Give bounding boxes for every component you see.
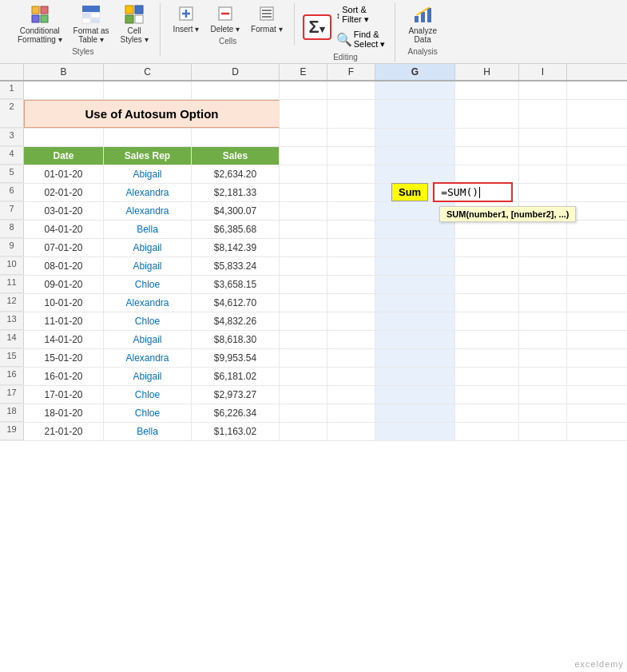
editing-group: Σ▾ ↕ Sort &Filter ▾ 🔍 Find &Select ▾ Edi… bbox=[296, 3, 396, 62]
col-header-d[interactable]: D bbox=[192, 64, 280, 80]
cell-h1[interactable] bbox=[455, 82, 519, 99]
cell-i2[interactable] bbox=[519, 100, 567, 128]
find-select-button[interactable]: 🔍 Find &Select ▾ bbox=[333, 28, 389, 51]
styles-group: ConditionalFormatting ▾ Format asTable ▾… bbox=[6, 3, 161, 56]
cell-i1[interactable] bbox=[519, 82, 567, 99]
row-2: 2 Use of Autosum Option bbox=[0, 100, 627, 129]
svg-rect-24 bbox=[427, 8, 431, 22]
format-button[interactable]: Format ▾ bbox=[246, 3, 287, 35]
cell-i4[interactable] bbox=[519, 147, 567, 165]
cell-e3[interactable] bbox=[280, 129, 327, 146]
analyze-data-label: AnalyzeData bbox=[408, 26, 437, 44]
header-sales-rep[interactable]: Sales Rep bbox=[104, 147, 192, 165]
title-cell[interactable]: Use of Autosum Option bbox=[24, 100, 280, 128]
cell-f4[interactable] bbox=[327, 147, 375, 165]
format-icon bbox=[258, 5, 276, 25]
sort-filter-label: Sort &Filter ▾ bbox=[342, 5, 369, 25]
table-row: 12 10-01-20 Alexandra $4,612.70 bbox=[0, 294, 627, 312]
row-num-2: 2 bbox=[0, 100, 24, 128]
table-row: 16 16-01-20 Abigail $6,181.02 bbox=[0, 368, 627, 386]
row-3: 3 bbox=[0, 129, 627, 147]
sort-filter-button[interactable]: ↕ Sort &Filter ▾ bbox=[333, 3, 389, 26]
sum-formula-text: =SUM() bbox=[441, 186, 478, 198]
conditional-formatting-label: ConditionalFormatting ▾ bbox=[18, 26, 62, 44]
svg-rect-7 bbox=[82, 18, 90, 23]
analysis-group-label: Analysis bbox=[408, 47, 438, 56]
analysis-group: AnalyzeData Analysis bbox=[397, 3, 448, 56]
cell-g4[interactable] bbox=[375, 147, 455, 165]
table-row: 8 04-01-20 Bella $6,385.68 bbox=[0, 221, 627, 239]
table-row: 15 15-01-20 Alexandra $9,953.54 bbox=[0, 349, 627, 368]
col-header-h[interactable]: H bbox=[455, 64, 519, 80]
table-row: 13 11-01-20 Chloe $4,832.26 bbox=[0, 312, 627, 331]
cell-styles-label: CellStyles ▾ bbox=[121, 26, 149, 44]
sum-formula-box[interactable]: =SUM() bbox=[433, 182, 513, 202]
header-sales[interactable]: Sales bbox=[192, 147, 280, 165]
cell-f3[interactable] bbox=[327, 129, 375, 146]
cell-e4[interactable] bbox=[280, 147, 327, 165]
cell-b3[interactable] bbox=[24, 129, 104, 146]
header-date[interactable]: Date bbox=[24, 147, 104, 165]
autosum-button[interactable]: Σ▾ bbox=[303, 14, 331, 40]
cell-d3[interactable] bbox=[192, 129, 280, 146]
col-header-f[interactable]: F bbox=[327, 64, 375, 80]
row-number-header bbox=[0, 64, 24, 80]
cell-c3[interactable] bbox=[104, 129, 192, 146]
cell-c1[interactable] bbox=[104, 82, 192, 99]
format-as-table-button[interactable]: Format asTable ▾ bbox=[69, 3, 114, 46]
format-label: Format ▾ bbox=[251, 25, 282, 34]
cell-e2[interactable] bbox=[280, 100, 327, 128]
analyze-data-icon bbox=[413, 5, 432, 26]
cell-f1[interactable] bbox=[327, 82, 375, 99]
svg-rect-22 bbox=[415, 16, 419, 22]
cell-i3[interactable] bbox=[519, 129, 567, 146]
cell-e1[interactable] bbox=[280, 82, 327, 99]
col-header-i[interactable]: I bbox=[519, 64, 567, 80]
cell-styles-icon bbox=[125, 5, 144, 26]
cell-h4[interactable] bbox=[455, 147, 519, 165]
insert-button[interactable]: Insert ▾ bbox=[169, 3, 204, 35]
cell-g3[interactable] bbox=[375, 129, 455, 146]
cell-f2[interactable] bbox=[327, 100, 375, 128]
format-as-table-label: Format asTable ▾ bbox=[73, 26, 109, 44]
col-header-g[interactable]: G bbox=[375, 64, 455, 80]
table-row: 18 18-01-20 Chloe $6,226.34 bbox=[0, 404, 627, 423]
table-row: 6 02-01-20 Alexandra $2,181.33 bbox=[0, 184, 627, 202]
sum-label: Sum bbox=[391, 183, 428, 201]
col-header-c[interactable]: C bbox=[104, 64, 192, 80]
svg-rect-9 bbox=[125, 6, 133, 14]
svg-rect-10 bbox=[135, 6, 143, 14]
cell-h3[interactable] bbox=[455, 129, 519, 146]
svg-rect-1 bbox=[41, 6, 48, 14]
find-select-label: Find &Select ▾ bbox=[354, 30, 386, 50]
svg-rect-8 bbox=[91, 18, 100, 23]
col-header-e[interactable]: E bbox=[280, 64, 327, 80]
cells-group: Insert ▾ Delete ▾ Format ▾ bbox=[162, 3, 295, 46]
watermark: exceldemy bbox=[574, 659, 624, 669]
svg-rect-11 bbox=[125, 15, 133, 23]
format-as-table-icon bbox=[81, 5, 101, 26]
svg-rect-23 bbox=[421, 12, 425, 22]
analyze-data-button[interactable]: AnalyzeData bbox=[403, 3, 442, 46]
svg-rect-12 bbox=[135, 15, 143, 23]
cell-g1[interactable] bbox=[375, 82, 455, 99]
cell-d1[interactable] bbox=[192, 82, 280, 99]
sum-tooltip: SUM(number1, [number2], ...) bbox=[439, 206, 576, 222]
conditional-formatting-button[interactable]: ConditionalFormatting ▾ bbox=[13, 3, 67, 46]
cell-b1[interactable] bbox=[24, 82, 104, 99]
table-row: 19 21-01-20 Bella $1,163.02 bbox=[0, 423, 627, 441]
table-row: 14 14-01-20 Abigail $8,618.30 bbox=[0, 331, 627, 349]
row-num-4: 4 bbox=[0, 147, 24, 165]
delete-button[interactable]: Delete ▾ bbox=[205, 3, 244, 35]
row-num-1: 1 bbox=[0, 82, 24, 99]
sum-tooltip-text: SUM(number1, [number2], ...) bbox=[446, 209, 569, 219]
sum-cursor bbox=[479, 187, 480, 198]
cell-g2[interactable] bbox=[375, 100, 455, 128]
sigma-icon: Σ▾ bbox=[309, 18, 325, 37]
svg-rect-6 bbox=[91, 13, 100, 18]
cell-styles-button[interactable]: CellStyles ▾ bbox=[116, 3, 153, 46]
insert-icon bbox=[177, 5, 195, 25]
col-header-b[interactable]: B bbox=[24, 64, 104, 80]
cell-h2[interactable] bbox=[455, 100, 519, 128]
svg-rect-4 bbox=[82, 6, 100, 12]
